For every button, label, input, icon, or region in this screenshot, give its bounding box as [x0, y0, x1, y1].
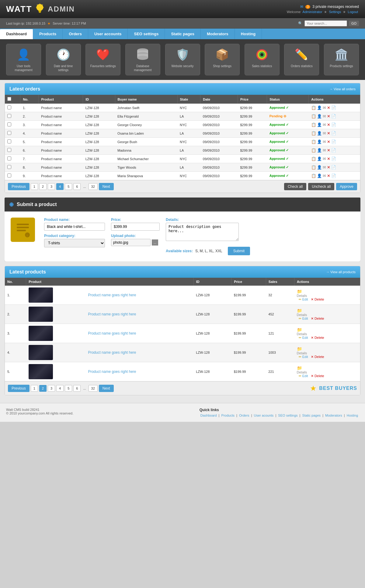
- go-button[interactable]: GO: [349, 21, 359, 26]
- order-row-checkbox[interactable]: [7, 174, 11, 177]
- edit-link[interactable]: Edit: [302, 317, 308, 320]
- nav-products[interactable]: Products: [33, 29, 63, 39]
- footer-link-orders[interactable]: Orders: [239, 414, 249, 417]
- check-all-button[interactable]: Check all: [284, 183, 306, 190]
- orders-page-6[interactable]: 6: [73, 183, 81, 190]
- order-checkbox-cell[interactable]: [5, 138, 20, 146]
- footer-link-static[interactable]: Static pages: [302, 414, 321, 417]
- orders-page-1[interactable]: 1: [31, 183, 38, 190]
- edit-link[interactable]: Edit: [302, 374, 308, 378]
- message-order-icon[interactable]: ✉: [323, 114, 326, 119]
- widget-products-settings[interactable]: 🏛️ Products settings: [324, 44, 359, 75]
- order-row-checkbox[interactable]: [7, 131, 11, 135]
- order-row-checkbox[interactable]: [7, 156, 11, 160]
- edit-link[interactable]: Edit: [302, 336, 308, 339]
- nav-dashboard[interactable]: Dashboard: [0, 29, 33, 39]
- message-order-icon[interactable]: ✉: [323, 131, 326, 136]
- order-row-checkbox[interactable]: [7, 114, 11, 118]
- footer-link-hosting[interactable]: Hosting: [347, 414, 358, 417]
- order-checkbox-cell[interactable]: [5, 104, 20, 112]
- view-order-icon[interactable]: 📋: [311, 165, 316, 170]
- details-link[interactable]: Details: [297, 313, 358, 317]
- delete-link[interactable]: Delete: [315, 297, 324, 301]
- products-page-3[interactable]: 3: [48, 385, 55, 392]
- footer-link-user-accounts[interactable]: User acounts: [254, 414, 274, 417]
- admin-link[interactable]: Administrator: [303, 10, 322, 14]
- view-order-icon[interactable]: 📋: [311, 148, 316, 153]
- detail-order-icon[interactable]: 📄: [331, 114, 336, 119]
- logout-link[interactable]: Logout: [348, 10, 358, 14]
- widget-database[interactable]: Database management: [125, 44, 160, 75]
- products-page-6[interactable]: 6: [73, 385, 81, 392]
- products-page-1[interactable]: 1: [31, 385, 38, 392]
- message-order-icon[interactable]: ✉: [323, 174, 326, 178]
- person-icon[interactable]: 👤: [317, 139, 322, 144]
- product-name-link[interactable]: Product name goes right here: [88, 312, 136, 316]
- view-order-icon[interactable]: 📋: [311, 174, 316, 178]
- product-name-link[interactable]: Product name goes right here: [88, 331, 136, 335]
- edit-link[interactable]: Edit: [302, 297, 308, 301]
- person-icon[interactable]: 👤: [317, 174, 322, 178]
- product-name-link[interactable]: Product name goes right here: [88, 293, 136, 297]
- order-checkbox-cell[interactable]: [5, 155, 20, 163]
- products-prev-button[interactable]: Previous: [8, 385, 30, 392]
- order-checkbox-cell[interactable]: [5, 163, 20, 172]
- product-name-link[interactable]: Product name goes right here: [88, 370, 136, 374]
- footer-link-moderators[interactable]: Moderators: [325, 414, 342, 417]
- nav-static-pages[interactable]: Static pages: [165, 29, 201, 39]
- widget-sales-statistics[interactable]: Sales statistics: [245, 44, 280, 75]
- delete-order-icon[interactable]: ✕: [327, 174, 330, 178]
- products-next-button[interactable]: Next: [99, 385, 114, 392]
- widget-favourites[interactable]: ❤️ Favourites settings: [85, 44, 120, 75]
- edit-link[interactable]: Edit: [302, 355, 308, 359]
- order-checkbox-cell[interactable]: [5, 172, 20, 180]
- message-order-icon[interactable]: ✉: [323, 148, 326, 153]
- search-input[interactable]: [304, 20, 347, 26]
- person-icon[interactable]: 👤: [317, 156, 322, 161]
- submit-product-button[interactable]: Submit: [228, 247, 250, 255]
- order-checkbox-cell[interactable]: [5, 112, 20, 121]
- view-order-icon[interactable]: 📋: [311, 131, 316, 136]
- footer-link-dashboard[interactable]: Dashboard: [200, 414, 217, 417]
- order-checkbox-cell[interactable]: [5, 121, 20, 129]
- detail-order-icon[interactable]: 📄: [331, 122, 336, 127]
- product-details-textarea[interactable]: Product description goes here...: [166, 223, 239, 241]
- message-order-icon[interactable]: ✉: [323, 165, 326, 170]
- products-page-last[interactable]: 32: [89, 385, 98, 392]
- order-row-checkbox[interactable]: [7, 148, 11, 152]
- nav-moderators[interactable]: Moderators: [201, 29, 235, 39]
- view-order-icon[interactable]: 📋: [311, 105, 316, 110]
- widget-user-tools[interactable]: 👤 User tools management: [6, 44, 41, 75]
- nav-seo-settings[interactable]: SEO settings: [128, 29, 165, 39]
- order-checkbox-cell[interactable]: [5, 146, 20, 155]
- detail-order-icon[interactable]: 📄: [331, 139, 336, 144]
- view-order-icon[interactable]: 📋: [311, 156, 316, 161]
- footer-link-seo[interactable]: SEO settings: [278, 414, 297, 417]
- detail-order-icon[interactable]: 📄: [331, 165, 336, 170]
- details-link[interactable]: Details: [297, 370, 358, 374]
- select-all-checkbox[interactable]: [7, 97, 11, 101]
- widget-shop-settings[interactable]: 📦 Shop settings: [205, 44, 240, 75]
- nav-orders[interactable]: Orders: [63, 29, 88, 39]
- message-order-icon[interactable]: ✉: [323, 105, 326, 110]
- details-link[interactable]: Details: [297, 294, 358, 297]
- delete-order-icon[interactable]: ✕: [327, 165, 330, 170]
- orders-page-2[interactable]: 2: [39, 183, 47, 190]
- person-icon[interactable]: 👤: [317, 122, 322, 127]
- order-row-checkbox[interactable]: [7, 122, 11, 126]
- message-order-icon[interactable]: ✉: [323, 139, 326, 144]
- person-icon[interactable]: 👤: [317, 165, 322, 170]
- view-all-orders-link[interactable]: View all orders: [329, 87, 356, 91]
- order-row-checkbox[interactable]: [7, 139, 11, 143]
- nav-hosting[interactable]: Hosting: [235, 29, 262, 39]
- order-checkbox-cell[interactable]: [5, 129, 20, 138]
- product-name-link[interactable]: Product name goes right here: [88, 350, 136, 355]
- widget-datetime[interactable]: 🕐 Date and time settings: [46, 44, 81, 75]
- approve-button[interactable]: Approve: [336, 183, 357, 190]
- detail-order-icon[interactable]: 📄: [331, 156, 336, 161]
- delete-link[interactable]: Delete: [315, 317, 324, 320]
- person-icon[interactable]: 👤: [317, 114, 322, 119]
- detail-order-icon[interactable]: 📄: [331, 131, 336, 136]
- orders-page-last[interactable]: 32: [89, 183, 98, 190]
- orders-page-3[interactable]: 3: [48, 183, 55, 190]
